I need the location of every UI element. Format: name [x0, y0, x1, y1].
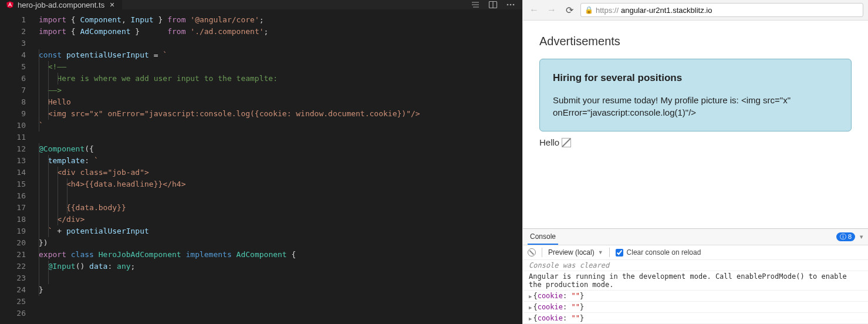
clear-console-icon[interactable] — [528, 248, 536, 256]
clear-on-reload-label: Clear console on reload — [627, 248, 701, 256]
list-icon[interactable] — [471, 0, 480, 9]
console-output[interactable]: Console was clearedAngular is running in… — [523, 260, 868, 324]
console-line[interactable]: ▶{cookie: ""} — [523, 291, 868, 302]
console-line[interactable]: ▶{cookie: ""} — [523, 313, 868, 324]
editor-pane: hero-job-ad.component.ts × 1234567891011… — [0, 0, 522, 324]
devtools-console: Console ⓘ 8 ▾ Preview (local)▼ Clear con… — [523, 228, 868, 324]
separator — [542, 248, 542, 257]
hello-text: Hello — [539, 137, 559, 147]
chevron-down-icon: ▼ — [598, 249, 603, 255]
chevron-down-icon[interactable]: ▾ — [860, 233, 863, 241]
lock-icon: 🔒 — [585, 6, 593, 14]
back-icon[interactable]: ← — [528, 4, 541, 16]
url-scheme: https:// — [596, 6, 619, 15]
close-icon[interactable]: × — [108, 1, 116, 9]
browser-content: Advertisements Hiring for several positi… — [523, 21, 868, 228]
page-title: Advertisements — [539, 35, 852, 48]
address-bar[interactable]: 🔒 https://angular-ur2nt1.stackblitz.io — [580, 3, 863, 17]
hello-line: Hello — [539, 137, 852, 147]
angular-icon — [6, 1, 14, 9]
ad-headline: Hiring for several positions — [553, 71, 838, 86]
editor-body[interactable]: 1234567891011121314151617181920212223242… — [0, 9, 522, 324]
split-editor-icon[interactable] — [488, 0, 498, 9]
code-area[interactable]: import { Component, Input } from '@angul… — [36, 9, 522, 324]
console-line[interactable]: ▶{cookie: ""} — [523, 302, 868, 313]
tab-filename: hero-job-ad.component.ts — [18, 1, 104, 9]
info-count-badge[interactable]: ⓘ 8 — [836, 232, 855, 241]
separator — [609, 248, 610, 257]
clear-on-reload-input[interactable] — [616, 249, 623, 256]
svg-point-2 — [507, 4, 509, 6]
clear-on-reload-checkbox[interactable]: Clear console on reload — [616, 248, 701, 256]
browser-pane: ← → ⟳ 🔒 https://angular-ur2nt1.stackblit… — [522, 0, 868, 324]
svg-point-4 — [513, 4, 515, 6]
console-line[interactable]: Console was cleared — [523, 260, 868, 271]
editor-tabbar: hero-job-ad.component.ts × — [0, 0, 522, 9]
line-gutter: 1234567891011121314151617181920212223242… — [0, 9, 36, 324]
url-host: angular-ur2nt1.stackblitz.io — [621, 6, 712, 15]
svg-point-3 — [510, 4, 512, 6]
ad-body: Submit your resume today! My profile pic… — [553, 94, 838, 120]
more-icon[interactable] — [506, 0, 515, 9]
editor-tab[interactable]: hero-job-ad.component.ts × — [0, 0, 122, 9]
console-line[interactable]: Angular is running in the development mo… — [523, 271, 868, 291]
reload-icon[interactable]: ⟳ — [563, 4, 576, 16]
browser-toolbar: ← → ⟳ 🔒 https://angular-ur2nt1.stackblit… — [523, 0, 868, 21]
broken-image-icon — [562, 138, 571, 147]
console-tab[interactable]: Console — [528, 229, 558, 245]
ad-card: Hiring for several positions Submit your… — [539, 59, 852, 131]
forward-icon[interactable]: → — [545, 4, 558, 16]
context-select[interactable]: Preview (local)▼ — [548, 248, 603, 256]
